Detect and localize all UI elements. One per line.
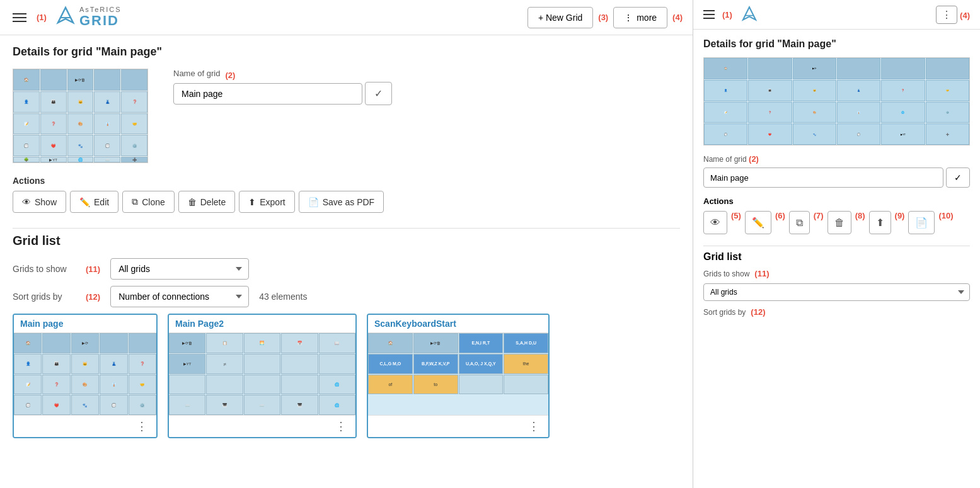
side-preview-cell <box>837 58 880 79</box>
scan-cell: 🏠 <box>368 333 413 353</box>
sort-grids-by-label: Sort grids by <box>13 292 76 302</box>
side-show-button[interactable]: 👁 <box>703 211 727 234</box>
export-button[interactable]: ⬆ Export <box>239 191 294 213</box>
card2-preview-cell <box>281 375 318 395</box>
side-badge-12: (12) <box>751 307 765 317</box>
card-three-dot-main-page2[interactable]: ⋮ <box>331 418 350 434</box>
side-confirm-name-button[interactable]: ✓ <box>946 167 970 188</box>
side-sort-grids-by-label: Sort grids by <box>703 308 746 317</box>
card2-preview-cell <box>244 354 280 374</box>
name-label-row: Name of grid (2) <box>173 69 680 82</box>
card2-preview-cell <box>319 354 355 374</box>
side-edit-button[interactable]: ✏️ <box>745 211 771 234</box>
name-section: Name of grid (2) ✓ <box>173 69 680 105</box>
side-panel: (1) ⋮ (4) Details for grid "Main page" 🏠… <box>693 0 980 488</box>
logo-text: AsTeRICS GRID <box>79 6 122 28</box>
card-preview-cell: ❓ <box>129 354 156 374</box>
preview-cell: ⌨️ <box>94 157 120 162</box>
sort-grids-by-select[interactable]: Number of connections Name Date created <box>110 286 249 307</box>
side-badge-7: (7) <box>814 211 824 234</box>
new-grid-button[interactable]: + New Grid <box>527 7 593 28</box>
side-badge-10: (10) <box>938 211 953 234</box>
clone-button[interactable]: ⧉ Clone <box>122 191 175 213</box>
scan-cell: U,A,O, J X,Q,Y <box>459 354 504 374</box>
grids-to-show-select[interactable]: All grids My grids Shared grids <box>110 258 249 280</box>
preview-cell: 👨‍👩‍👧 <box>40 91 67 113</box>
grid-card-main-page2[interactable]: Main Page2 ▶⟳🗑 📋 🌅 📅 📖 ▶YT yt <box>168 314 357 438</box>
scan-cell: to <box>413 375 458 395</box>
export-label: Export <box>260 197 285 207</box>
side-preview-cell: 📝 <box>704 102 747 123</box>
actions-row: 👁 Show ✏️ Edit ⧉ Clone 🗑 Delete ⬆ Export… <box>13 191 680 213</box>
side-badge-9: (9) <box>895 211 905 234</box>
main-header: (1) AsTeRICS GRID + New Grid (3) ⋮ mo <box>0 0 693 35</box>
more-label: more <box>637 13 657 23</box>
side-preview-cell: 💬 <box>704 123 747 145</box>
card-preview-cell: 🤝 <box>129 375 156 395</box>
side-preview-cell: ➕ <box>926 123 969 145</box>
card2-preview-cell: ▶⟳🗑 <box>169 333 205 353</box>
edit-icon: ✏️ <box>79 197 90 207</box>
grid-card-scan-keyboard[interactable]: ScanKeyboardStart 🏠 ▶⟳🗑 E,N,I R,T S,A,H … <box>367 314 550 438</box>
side-hamburger-menu[interactable] <box>703 10 715 19</box>
side-clone-button[interactable]: ⧉ <box>789 211 810 234</box>
side-preview-cell: 🐾 <box>793 123 836 145</box>
side-preview-cell: 🤝 <box>926 80 969 101</box>
side-preview-cell: ▶YT <box>881 123 925 145</box>
scan-cell <box>459 375 504 395</box>
side-three-dot-button[interactable]: ⋮ <box>936 6 957 24</box>
clone-icon: ⧉ <box>132 196 138 207</box>
preview-cell: 👗 <box>94 91 120 113</box>
side-preview-cell: 👔 <box>837 102 880 123</box>
name-label: Name of grid <box>173 69 220 78</box>
badge-3: (3) <box>598 13 608 22</box>
grid-list-title: Grid list <box>13 234 680 248</box>
preview-cell: 📝 <box>13 113 40 135</box>
side-badge-6: (6) <box>775 211 785 234</box>
card-three-dot-scan-keyboard[interactable]: ⋮ <box>524 418 543 434</box>
side-save-pdf-button[interactable]: 📄 <box>908 211 935 234</box>
export-icon: ⬆ <box>248 197 256 207</box>
show-button[interactable]: 👁 Show <box>13 191 66 213</box>
card2-preview-cell: 📋 <box>206 333 243 353</box>
card2-preview-cell: ▶YT <box>169 354 205 374</box>
actions-label: Actions <box>13 176 680 186</box>
side-grids-to-show-select[interactable]: All grids My grids Shared grids <box>703 283 970 301</box>
side-badge-11: (11) <box>754 269 769 278</box>
side-preview-cell: ▶⟳ <box>793 58 836 79</box>
grid-card-main-page[interactable]: Main page 🏠 ▶⟳ 👤 👨‍👩‍👧 🐱 👗 ❓ 📝 ❓ <box>13 314 158 438</box>
card-preview-cell <box>129 333 156 353</box>
grid-preview-thumbnail: 🏠 ▶⟳🗑 👤 👨‍👩‍👧 🐱 👗 ❓ 📝 ❓ 🎨 👔 🤝 💬 <box>13 69 148 163</box>
side-preview-cell: 🎨 <box>793 102 836 123</box>
side-grid-name-input[interactable] <box>703 167 943 188</box>
card-three-dot-main-page[interactable]: ⋮ <box>132 418 151 434</box>
side-badge-4: (4) <box>960 11 970 20</box>
card2-preview-cell: 📖 <box>319 333 355 353</box>
side-export-button[interactable]: ⬆ <box>869 211 891 234</box>
side-delete-button[interactable]: 🗑 <box>827 211 851 234</box>
preview-cell: 💬 <box>94 135 120 156</box>
more-button[interactable]: ⋮ more <box>613 7 667 28</box>
hamburger-menu[interactable] <box>10 11 29 25</box>
grid-list-section: Grid list Grids to show (11) All grids M… <box>13 234 680 438</box>
side-grids-to-show-label: Grids to show <box>703 270 749 278</box>
scan-cell: B,F,W,Z K,V,P <box>413 354 458 374</box>
preview-cell: ▶⟳🗑 <box>67 69 94 91</box>
side-logo-icon <box>740 5 759 24</box>
card-preview-cell: 🐱 <box>71 354 99 374</box>
card2-preview-cell: 🎹 <box>281 395 318 415</box>
preview-cell: ❤️ <box>40 135 67 156</box>
delete-button[interactable]: 🗑 Delete <box>178 191 235 213</box>
side-preview-cell: 🐱 <box>793 80 836 101</box>
show-label: Show <box>35 197 57 207</box>
side-sort-grids-by-row: Sort grids by (12) <box>703 307 970 317</box>
grids-to-show-row: Grids to show (11) All grids My grids Sh… <box>13 258 680 280</box>
side-badge-2: (2) <box>749 154 759 164</box>
grid-name-input[interactable] <box>173 83 362 105</box>
side-preview-cell <box>926 58 969 79</box>
save-pdf-button[interactable]: 📄 Save as PDF <box>299 191 384 213</box>
main-content: Details for grid "Main page" 🏠 ▶⟳🗑 👤 👨‍👩… <box>0 35 693 448</box>
edit-button[interactable]: ✏️ Edit <box>70 191 118 213</box>
confirm-name-button[interactable]: ✓ <box>365 82 392 105</box>
card2-preview-cell <box>244 375 280 395</box>
